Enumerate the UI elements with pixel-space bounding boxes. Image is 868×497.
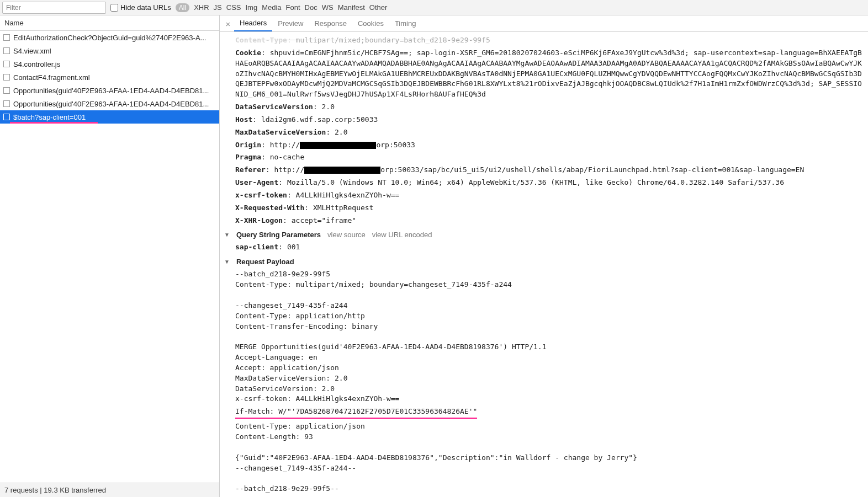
request-row-selected[interactable]: $batch?sap-client=001 — [0, 110, 219, 124]
header-row: Pragma: no-cache — [220, 151, 868, 164]
filter-all[interactable]: All — [176, 3, 189, 12]
details-body[interactable]: Content-Type: multipart/mixed;boundary=b… — [220, 32, 868, 497]
header-value: no-cache — [270, 153, 305, 161]
header-value: multipart/mixed;boundary=batch_d218-9e29… — [296, 36, 490, 44]
query-param-row: sap-client: 001 — [220, 241, 868, 254]
header-key: Referer — [235, 165, 266, 174]
header-row: X-Requested-With: XMLHttpRequest — [220, 202, 868, 215]
request-name: S4.controller.js — [13, 60, 60, 68]
highlight-underline: If-Match: W/"'7DA5826870472162F2705D7E01… — [235, 407, 477, 419]
header-row: User-Agent: Mozilla/5.0 (Windows NT 10.0… — [220, 177, 868, 189]
request-name: EditAuthorizationCheck?ObjectGuid=guid%2… — [13, 34, 206, 42]
header-row: x-csrf-token: A4LLkHiHlgks4exnZYOh-w== — [220, 189, 868, 202]
header-key: X-XHR-Logon — [235, 216, 283, 225]
hide-data-urls-checkbox[interactable] — [110, 4, 118, 12]
payload-text: --batch_d218-9e29-99f5 Content-Type: mul… — [220, 268, 868, 405]
header-value: ldai2gm6.wdf.sap.corp:50033 — [261, 115, 378, 124]
filter-other[interactable]: Other — [369, 3, 388, 12]
request-name: Opportunities(guid'40F2E963-AFAA-1ED4-AA… — [13, 100, 209, 108]
close-icon[interactable]: × — [222, 19, 234, 29]
document-icon — [3, 34, 10, 41]
header-key: Origin — [235, 141, 261, 149]
header-key: MaxDataServiceVersion — [235, 128, 326, 136]
filter-font[interactable]: Font — [286, 3, 300, 12]
tab-response[interactable]: Response — [309, 16, 352, 31]
header-value: A4LLkHiHlgks4exnZYOh-w== — [296, 191, 400, 199]
header-value: Mozilla/5.0 (Windows NT 10.0; Win64; x64… — [287, 178, 784, 186]
filter-ws[interactable]: WS — [322, 3, 334, 12]
document-icon — [3, 61, 10, 67]
status-bar: 7 requests | 19.3 KB transferred — [0, 483, 219, 497]
filter-input[interactable] — [2, 2, 106, 14]
section-title-row[interactable]: ▼ Query String Parameters view source vi… — [220, 228, 868, 241]
header-key: Pragma — [235, 153, 261, 161]
header-value: orp:50033/sap/bc/ui5_ui5/ui2/ushell/shel… — [380, 165, 804, 174]
request-row[interactable]: S4.controller.js — [0, 57, 219, 71]
request-name: $batch?sap-client=001 — [13, 113, 86, 121]
redacted-block — [304, 167, 380, 174]
filter-doc[interactable]: Doc — [305, 3, 317, 12]
header-key: Host — [235, 115, 252, 124]
header-key: Cookie — [235, 49, 261, 57]
filter-img[interactable]: Img — [245, 3, 257, 12]
header-row: DataServiceVersion: 2.0 — [220, 101, 868, 114]
header-row: Referer: http://orp:50033/sap/bc/ui5_ui5… — [220, 164, 868, 177]
details-tabs: × Headers Preview Response Cookies Timin… — [220, 15, 868, 32]
header-value: accept="iframe" — [292, 216, 356, 225]
header-value: http:// — [270, 141, 300, 149]
request-row[interactable]: ContactF4.fragment.xml — [0, 71, 219, 84]
request-list-panel: Name EditAuthorizationCheck?ObjectGuid=g… — [0, 15, 220, 497]
query-string-section: ▼ Query String Parameters view source vi… — [220, 227, 868, 255]
param-key: sap-client — [235, 243, 278, 251]
request-name: ContactF4.fragment.xml — [13, 73, 90, 82]
header-key: x-csrf-token — [235, 191, 287, 199]
header-value: orp:50033 — [376, 141, 415, 149]
header-row: MaxDataServiceVersion: 2.0 — [220, 126, 868, 139]
header-value: http:// — [274, 165, 304, 174]
header-row: Origin: http://orp:50033 — [220, 139, 868, 152]
request-name: Opportunities(guid'40F2E963-AFAA-1ED4-AA… — [13, 87, 209, 95]
request-payload-section: ▼ Request Payload --batch_d218-9e29-99f5… — [220, 254, 868, 496]
tab-headers[interactable]: Headers — [234, 15, 272, 31]
name-column-header[interactable]: Name — [0, 15, 219, 31]
chevron-down-icon: ▼ — [224, 232, 230, 238]
request-row[interactable]: S4.view.xml — [0, 44, 219, 57]
view-url-encoded-link[interactable]: view URL encoded — [372, 231, 432, 239]
header-key: User-Agent — [235, 178, 278, 186]
filter-css[interactable]: CSS — [226, 3, 241, 12]
header-value: 2.0 — [322, 103, 335, 111]
section-title-row[interactable]: ▼ Request Payload — [220, 255, 868, 268]
document-icon — [3, 114, 10, 120]
header-value: 2.0 — [335, 128, 347, 136]
header-row: Content-Type: multipart/mixed;boundary=b… — [220, 34, 868, 47]
header-key: Content-Type — [235, 36, 287, 44]
header-row: X-XHR-Logon: accept="iframe" — [220, 215, 868, 227]
request-row[interactable]: EditAuthorizationCheck?ObjectGuid=guid%2… — [0, 31, 219, 44]
chevron-down-icon: ▼ — [224, 259, 230, 265]
payload-text: Content-Type: application/json Content-L… — [220, 420, 868, 495]
view-source-link[interactable]: view source — [327, 231, 366, 239]
tab-timing[interactable]: Timing — [389, 16, 422, 31]
redacted-block — [300, 142, 376, 149]
header-key: DataServiceVersion — [235, 103, 313, 111]
hide-data-urls[interactable]: Hide data URLs — [110, 3, 171, 12]
main-split: Name EditAuthorizationCheck?ObjectGuid=g… — [0, 15, 868, 497]
tab-cookies[interactable]: Cookies — [352, 16, 389, 31]
request-name: S4.view.xml — [13, 47, 51, 55]
tab-preview[interactable]: Preview — [272, 16, 309, 31]
filter-xhr[interactable]: XHR — [194, 3, 209, 12]
filter-media[interactable]: Media — [262, 3, 281, 12]
filter-manifest[interactable]: Manifest — [338, 3, 365, 12]
request-row[interactable]: Opportunities(guid'40F2E963-AFAA-1ED4-AA… — [0, 84, 219, 97]
header-row: Host: ldai2gm6.wdf.sap.corp:50033 — [220, 114, 868, 126]
highlight-underline — [10, 122, 98, 124]
details-panel: × Headers Preview Response Cookies Timin… — [220, 15, 868, 497]
header-value: shpuvid=CmEGNFjhnm5ic/HCBF7SAg==; sap-lo… — [235, 49, 862, 98]
hide-data-urls-label: Hide data URLs — [120, 3, 171, 12]
document-icon — [3, 87, 10, 94]
request-row[interactable]: Opportunities(guid'40F2E963-AFAA-1ED4-AA… — [0, 97, 219, 110]
param-value: 001 — [287, 243, 300, 251]
filter-js[interactable]: JS — [214, 3, 222, 12]
document-icon — [3, 47, 10, 54]
request-list[interactable]: EditAuthorizationCheck?ObjectGuid=guid%2… — [0, 31, 219, 483]
